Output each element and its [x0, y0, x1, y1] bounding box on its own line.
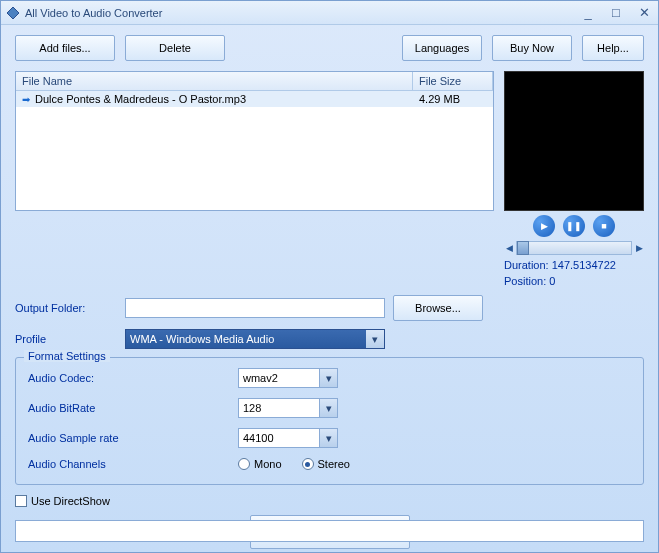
position-text: Position: 0	[504, 275, 644, 287]
app-window: All Video to Audio Converter _ □ ✕ Add f…	[0, 0, 659, 553]
play-button[interactable]: ▶	[533, 215, 555, 237]
chevron-down-icon: ▾	[366, 330, 384, 348]
radio-icon	[238, 458, 250, 470]
profile-label: Profile	[15, 333, 125, 345]
list-header: File Name File Size	[16, 72, 493, 91]
audio-bitrate-label: Audio BitRate	[28, 402, 238, 414]
file-name-cell: Dulce Pontes & Madredeus - O Pastor.mp3	[35, 93, 246, 105]
slider-left-icon[interactable]: ◀	[504, 243, 514, 253]
format-settings-group: Format Settings Audio Codec: wmav2 ▾ Aud…	[15, 357, 644, 485]
profile-select[interactable]: WMA - Windows Media Audio ▾	[125, 329, 385, 349]
audio-bitrate-select[interactable]: 128 ▾	[238, 398, 338, 418]
directshow-label: Use DirectShow	[31, 495, 110, 507]
chevron-down-icon: ▾	[319, 399, 337, 417]
arrow-right-icon: ➡	[22, 94, 30, 105]
format-legend: Format Settings	[24, 350, 110, 362]
minimize-button[interactable]: _	[578, 5, 598, 21]
status-bar	[15, 520, 644, 542]
close-button[interactable]: ✕	[634, 5, 654, 21]
position-slider[interactable]	[516, 241, 632, 255]
chevron-down-icon: ▾	[319, 429, 337, 447]
duration-text: Duration: 147.5134722	[504, 259, 644, 271]
output-folder-label: Output Folder:	[15, 302, 125, 314]
buy-now-button[interactable]: Buy Now	[492, 35, 572, 61]
file-size-cell: 4.29 MB	[413, 91, 493, 107]
slider-thumb[interactable]	[517, 241, 529, 255]
browse-button[interactable]: Browse...	[393, 295, 483, 321]
audio-sample-select[interactable]: 44100 ▾	[238, 428, 338, 448]
table-row[interactable]: ➡ Dulce Pontes & Madredeus - O Pastor.mp…	[16, 91, 493, 107]
radio-icon	[302, 458, 314, 470]
output-folder-input[interactable]	[125, 298, 385, 318]
column-filename[interactable]: File Name	[16, 72, 413, 90]
titlebar: All Video to Audio Converter _ □ ✕	[1, 1, 658, 25]
directshow-checkbox[interactable]	[15, 495, 27, 507]
audio-channels-label: Audio Channels	[28, 458, 238, 470]
window-title: All Video to Audio Converter	[25, 7, 578, 19]
maximize-button[interactable]: □	[606, 5, 626, 21]
chevron-down-icon: ▾	[319, 369, 337, 387]
svg-marker-0	[7, 7, 19, 19]
app-icon	[5, 5, 21, 21]
stereo-radio[interactable]: Stereo	[302, 458, 350, 470]
audio-sample-label: Audio Sample rate	[28, 432, 238, 444]
add-files-button[interactable]: Add files...	[15, 35, 115, 61]
stop-button[interactable]: ■	[593, 215, 615, 237]
help-button[interactable]: Help...	[582, 35, 644, 61]
file-list[interactable]: File Name File Size ➡ Dulce Pontes & Mad…	[15, 71, 494, 211]
languages-button[interactable]: Languages	[402, 35, 482, 61]
video-preview	[504, 71, 644, 211]
mono-radio[interactable]: Mono	[238, 458, 282, 470]
audio-codec-label: Audio Codec:	[28, 372, 238, 384]
delete-button[interactable]: Delete	[125, 35, 225, 61]
column-filesize[interactable]: File Size	[413, 72, 493, 90]
slider-right-icon[interactable]: ▶	[634, 243, 644, 253]
audio-codec-select[interactable]: wmav2 ▾	[238, 368, 338, 388]
pause-button[interactable]: ❚❚	[563, 215, 585, 237]
